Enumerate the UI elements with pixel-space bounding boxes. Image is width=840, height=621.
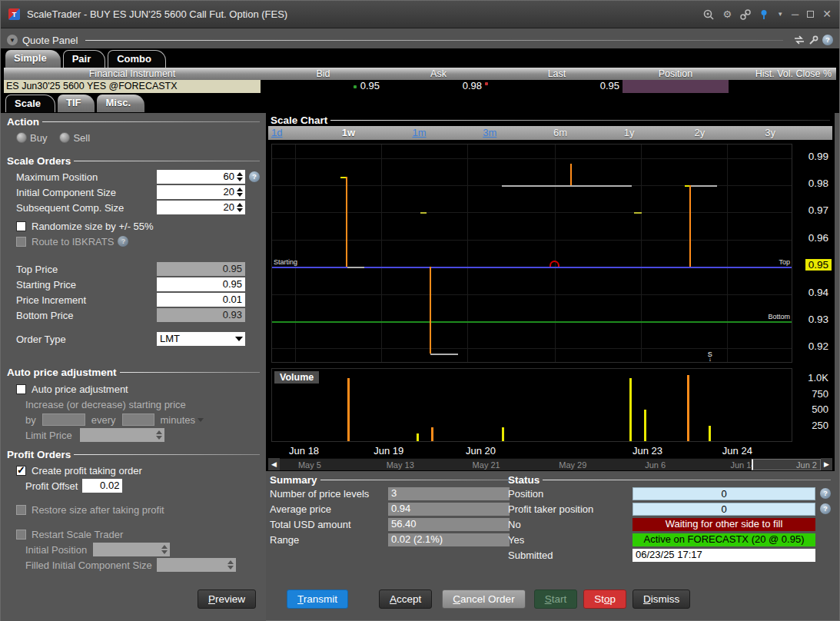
position-help-icon[interactable]	[820, 488, 831, 499]
minimize-icon[interactable]: ─	[792, 9, 798, 19]
max-position-help-icon[interactable]	[249, 171, 260, 182]
preview-button[interactable]: Preview	[198, 589, 256, 609]
summary-value: 56.40	[388, 518, 510, 531]
auto-price-row: Auto price adjustment	[7, 381, 260, 397]
scaletrader-window: T ScaleTrader - BUY ES JUN'25 5600 Call …	[0, 0, 840, 621]
sell-radio	[59, 132, 70, 143]
wrench-icon[interactable]	[808, 35, 818, 45]
position-cell[interactable]	[623, 80, 729, 93]
volume-tick: 1.0K	[808, 372, 828, 384]
ask-tick-icon	[485, 82, 488, 85]
summary-label: Total USD amount	[270, 519, 388, 530]
gridline	[272, 158, 792, 159]
profit-offset-field[interactable]: 0.02	[82, 479, 122, 493]
spinner-icon[interactable]	[235, 201, 244, 214]
initial-component-field[interactable]: 20	[157, 185, 245, 199]
starting-price-row: Starting Price 0.95	[7, 277, 260, 292]
close-icon[interactable]: ✕	[822, 9, 832, 19]
profit-orders-section-header: Profit Orders	[7, 449, 260, 460]
col-hist-vol: Hist. Vol. Close %	[729, 68, 836, 80]
hist-vol-cell[interactable]	[729, 80, 836, 93]
scale-chart-header: Scale Chart	[266, 113, 835, 125]
tab-scale[interactable]: Scale	[5, 95, 55, 112]
initial-position-field	[93, 543, 170, 556]
scrollbar-date: May 13	[387, 460, 414, 470]
tab-tif[interactable]: TIF	[58, 95, 95, 112]
volume-bar	[709, 426, 711, 441]
restore-size-row: Restore size after taking profit	[7, 502, 260, 517]
caret-down-icon[interactable]: ▼	[777, 9, 783, 19]
subsequent-component-field[interactable]: 20	[157, 201, 245, 214]
auto-price-checkbox[interactable]	[16, 384, 26, 394]
volume-plot[interactable]: Volume	[271, 368, 792, 442]
instrument-cell[interactable]: ES Jun30'25 5600 YES @FORECASTX	[4, 80, 261, 93]
buy-radio	[16, 132, 27, 143]
gear-icon[interactable]: ⚙	[722, 9, 732, 19]
sell-label: Sell	[73, 132, 90, 144]
price-tick: 0.93	[808, 314, 828, 325]
tab-pair[interactable]: Pair	[63, 50, 106, 68]
quote-row[interactable]: ES Jun30'25 5600 YES @FORECASTX 0.95 0.9…	[4, 80, 836, 93]
transmit-button[interactable]: Transmit	[287, 589, 348, 609]
restore-size-label: Restore size after taking profit	[32, 504, 164, 516]
gridline	[272, 348, 792, 349]
submitted-value: 06/23/25 17:17	[632, 549, 815, 562]
price-increment-field[interactable]: 0.01	[157, 293, 245, 307]
range-tab-1m[interactable]: 1m	[410, 126, 480, 140]
scale-chart-panel: Scale Chart 1d1w1m3m6m1y2y3y StartingTop…	[266, 113, 835, 471]
range-tab-3m[interactable]: 3m	[480, 126, 550, 140]
route-help-icon	[118, 236, 128, 247]
limit-price-field	[80, 428, 164, 442]
x-axis-label: Jun 24	[722, 445, 752, 457]
price-level-label: Top	[779, 258, 790, 266]
auto-price-label: Auto price adjustment	[32, 384, 128, 395]
scrollbar-thumb[interactable]: Jun 2	[752, 459, 821, 470]
price-tick: 0.95	[805, 259, 832, 271]
dismiss-button[interactable]: Dismiss	[632, 589, 690, 609]
link-icon[interactable]	[740, 9, 751, 20]
tab-simple[interactable]: Simple	[5, 50, 61, 68]
maximize-icon[interactable]	[807, 11, 814, 18]
spinner-icon[interactable]	[235, 171, 244, 183]
range-tab-1d[interactable]: 1d	[268, 126, 339, 140]
price-level-label: Bottom	[768, 313, 790, 320]
quote-table-header: Financial Instrument Bid Ask Last Positi…	[4, 68, 836, 80]
bid-cell[interactable]: 0.95	[261, 80, 386, 93]
ask-cell[interactable]: 0.98	[386, 80, 491, 93]
swap-icon[interactable]	[794, 35, 805, 45]
collapse-caret-icon[interactable]: ▼	[7, 35, 18, 45]
create-profit-label: Create profit taking order	[32, 465, 142, 477]
x-axis: Jun 18Jun 19Jun 20Jun 23Jun 24	[271, 445, 792, 457]
cancel-order-button[interactable]: Cancel Order	[442, 589, 525, 609]
starting-price-field[interactable]: 0.95	[157, 277, 245, 291]
divider	[85, 40, 783, 41]
price-segment	[502, 185, 632, 187]
minutes-caret-icon	[198, 418, 204, 422]
volume-bar	[417, 433, 419, 441]
zoom-icon[interactable]	[703, 9, 714, 20]
help-icon[interactable]	[822, 35, 833, 45]
status-section: Status Position0 Profit taker position0 …	[508, 473, 831, 563]
create-profit-checkbox[interactable]	[16, 466, 26, 476]
col-last: Last	[491, 68, 623, 80]
scroll-left-icon[interactable]: ◀	[268, 458, 280, 470]
stop-button[interactable]: Stop	[583, 589, 626, 609]
range-tab-3y: 3y	[762, 126, 832, 140]
scroll-track[interactable]: May 5May 13May 21May 29Jun 6Jun 14Jun 2	[280, 458, 821, 470]
tab-misc[interactable]: Misc.	[97, 95, 144, 112]
initial-position-row: Initial Position	[7, 542, 260, 557]
scroll-right-icon[interactable]: ▶	[821, 458, 832, 470]
profit-taker-help-icon[interactable]	[820, 503, 831, 514]
spinner-icon[interactable]	[235, 186, 244, 198]
starting-price-label: Starting	[274, 258, 297, 266]
order-type-dropdown[interactable]: LMT	[157, 332, 245, 346]
range-tab-1w[interactable]: 1w	[339, 126, 410, 140]
randomize-checkbox[interactable]	[16, 221, 26, 231]
price-plot[interactable]: StartingTopBottomS↓	[271, 144, 792, 363]
last-cell[interactable]: 0.95	[491, 80, 623, 93]
accept-button[interactable]: Accept	[379, 589, 432, 609]
pin-icon[interactable]	[759, 9, 769, 20]
tab-combo[interactable]: Combo	[108, 50, 166, 68]
max-position-field[interactable]: 60	[157, 170, 245, 184]
route-row: Route to IBKRATS	[7, 234, 260, 249]
